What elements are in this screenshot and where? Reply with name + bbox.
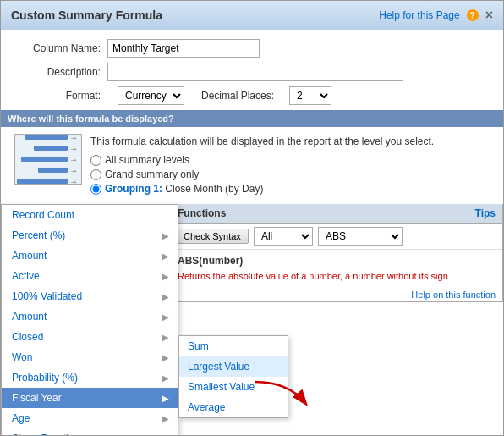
column-name-row: Column Name: [14,39,490,58]
decimal-places-select[interactable]: 2 0 1 3 [289,86,331,105]
functions-title: Functions [178,207,226,219]
function-signature: ABS(number) [178,255,496,267]
submenu-item-sum[interactable]: Sum [179,336,288,356]
radio-grouping: Grouping 1: Close Month (by Day) [90,183,434,195]
functions-header: Functions Tips [171,204,502,224]
menu-arrow-amount1: ▶ [162,251,169,261]
menu-arrow-active: ▶ [162,272,169,281]
format-select[interactable]: Currency Number Percent [118,86,184,105]
menu-item-100validated[interactable]: 100% Validated ▶ [2,286,178,306]
arrow-svg [255,378,322,411]
display-section: → → → → → This formula calculation will … [14,134,490,197]
radio-all-input[interactable] [90,155,101,166]
dialog-title: Custom Summary Formula [11,8,162,22]
description-input[interactable] [107,63,403,81]
dialog-header-right: Help for this Page ? × [379,8,493,23]
description-label: Description: [14,66,107,78]
radio-grand-label: Grand summary only [105,168,199,180]
radio-all-summary: All summary levels [90,154,434,166]
menu-arrow-age: ▶ [162,414,169,423]
menu-item-percent[interactable]: Percent (%) ▶ [2,225,178,246]
format-row: Format: Currency Number Percent Decimal … [14,86,490,105]
menu-item-closed[interactable]: Closed ▶ [2,327,178,347]
description-row: Description: [14,63,490,81]
dialog-header: Custom Summary Formula Help for this Pag… [1,1,503,30]
help-link[interactable]: Help for this Page [379,9,459,21]
menu-arrow-won: ▶ [162,353,169,362]
menu-item-stage-duration[interactable]: Stage Duration ▶ [2,428,178,435]
decimal-places-label: Decimal Places: [201,90,274,102]
functions-body: ABS(number) Returns the absolute value o… [171,250,502,288]
report-preview: → → → → → [14,134,82,185]
radio-grand-summary: Grand summary only [90,168,434,180]
check-syntax-button[interactable]: Check Syntax [176,229,249,244]
radio-grouping-input[interactable] [90,184,101,195]
function-category-select[interactable]: All Date Logical Math Summary Text [254,227,313,246]
function-description: Returns the absolute value of a number, … [178,270,496,283]
functions-controls: Check Syntax All Date Logical Math Summa… [171,224,502,250]
radio-grand-input[interactable] [90,169,101,180]
field-dropdown-menu: Record Count Percent (%) ▶ Amount ▶ Acti… [1,204,178,435]
menu-arrow-validated: ▶ [162,292,169,301]
menu-arrow-fiscal: ▶ [162,394,169,403]
menu-arrow-stage: ▶ [162,434,169,436]
menu-item-amount-1[interactable]: Amount ▶ [2,246,178,266]
menu-arrow-probability: ▶ [162,373,169,383]
menu-arrow-amount2: ▶ [162,312,169,322]
radio-grouping-label: Grouping 1: Close Month (by Day) [105,183,263,195]
menu-arrow-percent: ▶ [162,231,169,240]
arrow-indicator [255,378,322,414]
display-description: This formula calculation will be display… [90,134,434,149]
help-icon: ? [467,9,479,21]
submenu-item-largest-value[interactable]: Largest Value [179,356,288,377]
tips-title: Tips [475,207,496,219]
radio-all-label: All summary levels [105,154,189,166]
menu-item-record-count[interactable]: Record Count [2,205,178,225]
help-link-text: Help for this Page [379,9,459,21]
menu-item-amount-2[interactable]: Amount ▶ [2,306,178,327]
custom-summary-formula-dialog: Custom Summary Formula Help for this Pag… [0,0,504,436]
menu-arrow-closed: ▶ [162,333,169,342]
functions-panel: Functions Tips Check Syntax All Date Log… [170,204,503,302]
column-name-input[interactable] [107,39,260,58]
menu-item-won[interactable]: Won ▶ [2,347,178,367]
close-button[interactable]: × [485,8,493,23]
menu-item-probability[interactable]: Probability (%) ▶ [2,367,178,388]
help-on-function-link[interactable]: Help on this function [171,288,502,301]
display-options: This formula calculation will be display… [90,134,434,197]
function-name-select[interactable]: ABS AND CASE CEILING DATE [318,227,403,246]
overlay-area: Record Count Percent (%) ▶ Amount ▶ Acti… [1,204,503,390]
column-name-label: Column Name: [14,42,107,54]
format-label: Format: [14,90,107,102]
menu-item-fiscal-year[interactable]: Fiscal Year ▶ [2,388,178,408]
menu-item-age[interactable]: Age ▶ [2,408,178,428]
where-banner: Where will this formula be displayed? [1,110,503,127]
menu-item-active[interactable]: Active ▶ [2,266,178,286]
dialog-body: Column Name: Description: Format: Curren… [1,30,503,435]
report-icon: → → → → → [14,134,82,197]
